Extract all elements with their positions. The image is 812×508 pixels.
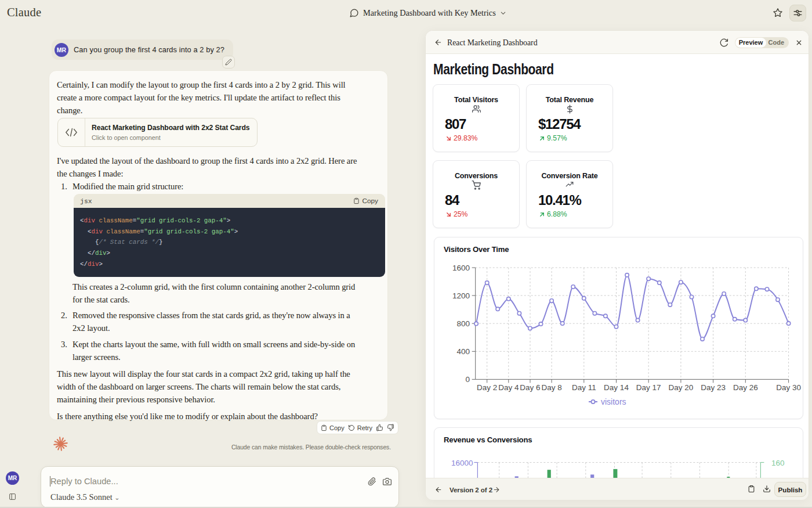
svg-text:visitors: visitors bbox=[601, 397, 626, 406]
svg-text:Day 30: Day 30 bbox=[776, 383, 801, 392]
svg-text:Day 17: Day 17 bbox=[636, 383, 661, 392]
svg-text:Day 6: Day 6 bbox=[520, 383, 540, 392]
svg-text:0: 0 bbox=[465, 375, 470, 384]
svg-text:Day 2: Day 2 bbox=[477, 383, 497, 392]
svg-text:800: 800 bbox=[456, 319, 470, 328]
svg-text:1600: 1600 bbox=[452, 264, 470, 272]
svg-text:160: 160 bbox=[771, 459, 785, 467]
svg-text:Day 20: Day 20 bbox=[669, 383, 694, 392]
svg-text:Day 23: Day 23 bbox=[701, 383, 726, 392]
svg-text:Day 14: Day 14 bbox=[604, 383, 629, 392]
svg-text:16000: 16000 bbox=[451, 459, 473, 467]
svg-text:1200: 1200 bbox=[452, 291, 470, 300]
svg-text:Day 11: Day 11 bbox=[572, 383, 596, 392]
svg-text:Day 8: Day 8 bbox=[541, 383, 561, 392]
svg-text:Day 4: Day 4 bbox=[498, 383, 519, 392]
svg-text:Day 26: Day 26 bbox=[733, 383, 758, 392]
svg-text:400: 400 bbox=[456, 347, 470, 356]
